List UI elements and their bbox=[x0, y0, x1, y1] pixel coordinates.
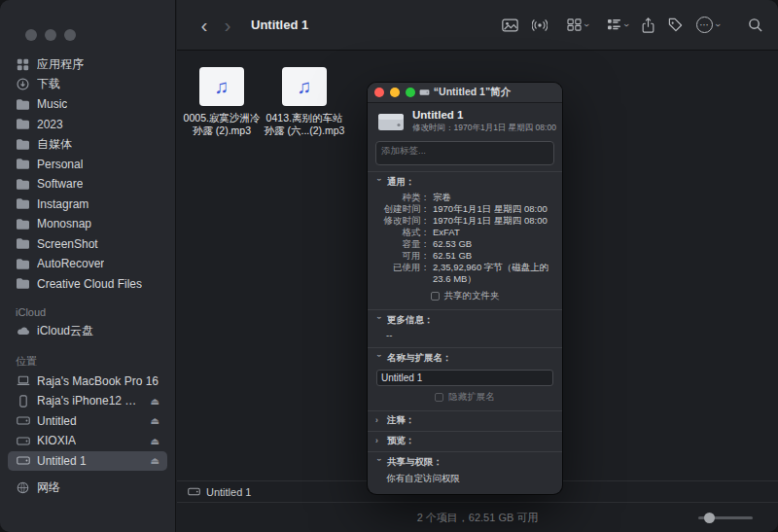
sidebar-item-untitled[interactable]: Untitled ⏏ bbox=[8, 411, 167, 432]
sidebar-item-autorecover[interactable]: AutoRecover bbox=[8, 254, 167, 274]
checkbox-label: 隐藏扩展名 bbox=[448, 391, 495, 404]
search-icon bbox=[748, 18, 762, 32]
airdrop-icon bbox=[532, 18, 548, 32]
sidebar-item-downloads[interactable]: 下载 bbox=[8, 75, 167, 95]
eject-button[interactable]: ⏏ bbox=[147, 415, 159, 426]
icon-size-slider[interactable] bbox=[698, 512, 753, 523]
disclosure-chevron-icon: › bbox=[375, 179, 384, 187]
more-actions-button[interactable]: ⋯ › bbox=[696, 17, 719, 33]
globe-icon bbox=[16, 481, 30, 494]
sidebar-item-label: Untitled 1 bbox=[37, 454, 87, 468]
path-item[interactable]: Untitled 1 bbox=[206, 486, 251, 498]
search-button[interactable] bbox=[748, 18, 762, 32]
tag-icon bbox=[668, 18, 683, 32]
folder-icon bbox=[16, 159, 30, 169]
gallery-button[interactable] bbox=[502, 18, 518, 32]
section-header-name-extension[interactable]: › 名称与扩展名： bbox=[375, 352, 554, 365]
section-header-sharing[interactable]: › 共享与权限： bbox=[375, 456, 554, 469]
sidebar-item-personal[interactable]: Personal bbox=[8, 155, 167, 175]
row-value: 62.53 GB bbox=[433, 238, 554, 250]
sidebar-item-label: 应用程序 bbox=[37, 56, 84, 73]
laptop-icon bbox=[16, 375, 30, 386]
applications-grid-icon bbox=[16, 58, 30, 71]
sidebar-item-label: Raja's MacBook Pro 16 bbox=[37, 374, 159, 388]
sidebar-item-software[interactable]: Software bbox=[8, 174, 167, 195]
sidebar-item-macbook[interactable]: Raja's MacBook Pro 16 bbox=[8, 372, 167, 392]
sidebar-item-kioxia[interactable]: KIOXIA ⏏ bbox=[8, 431, 167, 451]
section-comments: › 注释： bbox=[368, 410, 562, 431]
toolbar-buttons: › › ⋯ › bbox=[502, 17, 762, 33]
sidebar-item-label: Raja's iPhone12 P... bbox=[37, 394, 140, 408]
section-header-preview[interactable]: › 预览： bbox=[375, 435, 554, 447]
sidebar-item-label: 网络 bbox=[37, 479, 60, 496]
sidebar-item-monosnap[interactable]: Monosnap bbox=[8, 214, 167, 234]
sidebar-item-label: 下载 bbox=[37, 76, 60, 92]
close-button[interactable] bbox=[374, 88, 384, 97]
shared-folder-checkbox[interactable] bbox=[431, 292, 440, 301]
hide-extension-checkbox[interactable] bbox=[435, 393, 443, 402]
forward-button[interactable]: › bbox=[216, 15, 239, 35]
section-header-general[interactable]: › 通用： bbox=[375, 176, 554, 189]
row-value: 62.51 GB bbox=[433, 250, 554, 262]
mp3-file-icon: ♫ bbox=[199, 67, 244, 106]
folder-icon bbox=[16, 219, 30, 230]
sidebar-item-instagram[interactable]: Instagram bbox=[8, 195, 167, 215]
sidebar: 应用程序 下载 Music 2023 自媒体 Personal bbox=[0, 0, 176, 532]
share-button[interactable] bbox=[642, 18, 654, 33]
sidebar-item-label: Instagram bbox=[37, 197, 88, 211]
sidebar-item-label: iCloud云盘 bbox=[37, 323, 93, 339]
zoom-button[interactable] bbox=[406, 88, 415, 97]
folder-icon bbox=[16, 259, 30, 269]
name-extension-input[interactable] bbox=[376, 370, 553, 386]
tags-button[interactable] bbox=[668, 18, 683, 32]
back-button[interactable]: ‹ bbox=[193, 15, 216, 35]
sidebar-item-creative-cloud-files[interactable]: Creative Cloud Files bbox=[8, 274, 167, 295]
sidebar-item-network[interactable]: 网络 bbox=[8, 478, 167, 498]
minimize-button[interactable] bbox=[390, 88, 400, 97]
section-header-more-info[interactable]: › 更多信息： bbox=[375, 314, 554, 327]
sidebar-list: 应用程序 下载 Music 2023 自媒体 Personal bbox=[0, 54, 175, 498]
external-disk-icon bbox=[16, 437, 30, 445]
slider-knob[interactable] bbox=[704, 513, 715, 523]
sidebar-item-label: AutoRecover bbox=[37, 257, 104, 270]
file-item[interactable]: ♫ 0413.离别的车站 孙露 (六...(2).mp3 bbox=[263, 67, 346, 137]
row-label: 创建时间： bbox=[375, 203, 430, 215]
add-tags-field[interactable] bbox=[375, 141, 554, 165]
sidebar-section-locations: 位置 bbox=[16, 354, 159, 369]
eject-button[interactable]: ⏏ bbox=[147, 455, 159, 466]
folder-icon bbox=[16, 278, 30, 289]
row-value: 宗卷 bbox=[433, 192, 554, 203]
minimize-button[interactable] bbox=[45, 29, 56, 41]
sidebar-item-icloud-drive[interactable]: iCloud云盘 bbox=[8, 321, 167, 341]
mp3-file-icon: ♫ bbox=[282, 67, 327, 106]
disk-icon bbox=[188, 487, 200, 496]
section-more-info: › 更多信息： -- bbox=[368, 309, 562, 347]
sidebar-item-untitled-1[interactable]: Untitled 1 ⏏ bbox=[8, 451, 167, 472]
sidebar-item-2023[interactable]: 2023 bbox=[8, 115, 167, 135]
sidebar-item-music[interactable]: Music bbox=[8, 94, 167, 115]
section-sharing-permissions: › 共享与权限： 你有自定访问权限 bbox=[368, 451, 562, 494]
sidebar-item-screenshot[interactable]: ScreenShot bbox=[8, 234, 167, 255]
file-item[interactable]: ♫ 0005.寂寞沙洲冷 孙露 (2).mp3 bbox=[180, 67, 264, 137]
music-note-icon: ♫ bbox=[298, 77, 312, 96]
sidebar-item-zimeiti[interactable]: 自媒体 bbox=[8, 134, 167, 155]
zoom-button[interactable] bbox=[64, 29, 76, 41]
sidebar-item-applications[interactable]: 应用程序 bbox=[8, 54, 167, 75]
row-value: 1970年1月1日 星期四 08:00 bbox=[433, 203, 554, 215]
close-button[interactable] bbox=[25, 29, 37, 41]
group-by-button[interactable]: › bbox=[607, 18, 627, 31]
status-text: 2 个项目，62.51 GB 可用 bbox=[417, 511, 539, 525]
toolbar: ‹ › Untitled 1 › › bbox=[177, 0, 778, 51]
row-value: ExFAT bbox=[433, 227, 554, 238]
airdrop-button[interactable] bbox=[532, 18, 548, 32]
sidebar-item-iphone[interactable]: Raja's iPhone12 P... ⏏ bbox=[8, 391, 167, 411]
section-header-comments[interactable]: › 注释： bbox=[375, 414, 554, 427]
info-header: Untitled 1 修改时间：1970年1月1日 星期四 08:00 bbox=[368, 103, 562, 139]
ellipsis-icon: ⋯ bbox=[696, 17, 713, 33]
view-options-button[interactable]: › bbox=[567, 18, 587, 31]
sidebar-item-label: KIOXIA bbox=[37, 434, 76, 447]
chevron-down-icon: › bbox=[582, 23, 591, 26]
eject-button[interactable]: ⏏ bbox=[147, 436, 159, 446]
share-icon bbox=[642, 18, 654, 33]
eject-button[interactable]: ⏏ bbox=[147, 396, 159, 407]
